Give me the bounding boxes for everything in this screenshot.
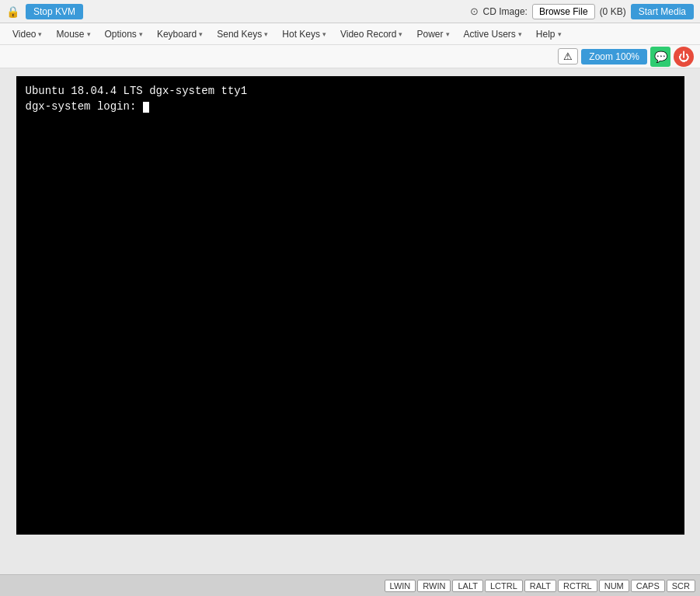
terminal-cursor [143, 102, 149, 113]
caret-send-keys: ▾ [264, 30, 268, 38]
terminal-line1: Ubuntu 18.04.4 LTS dgx-system tty1 [26, 84, 675, 99]
top-bar: 🔒 Stop KVM ⊙ CD Image: Browse File (0 KB… [0, 0, 700, 23]
caret-active-users: ▾ [518, 30, 522, 38]
caret-mouse: ▾ [87, 30, 91, 38]
menu-label-active-users: Active Users [464, 29, 516, 40]
terminal[interactable]: Ubuntu 18.04.4 LTS dgx-system tty1 dgx-s… [16, 76, 684, 535]
cd-icon: ⊙ [470, 5, 479, 17]
menu-label-video-record: Video Record [340, 29, 397, 40]
menu-label-send-keys: Send Keys [217, 29, 262, 40]
zoom-button[interactable]: Zoom 100% [581, 49, 647, 64]
key-indicator-scr: SCR [667, 580, 695, 592]
terminal-line2: dgx-system login: [26, 99, 675, 115]
menu-item-video-record[interactable]: Video Record▾ [334, 26, 409, 42]
key-indicator-lalt: LALT [452, 580, 482, 592]
terminal-container: Ubuntu 18.04.4 LTS dgx-system tty1 dgx-s… [0, 68, 700, 574]
status-bar: LWINRWINLALTLCTRLRALTRCTRLNUMCAPSSCR [0, 574, 700, 596]
menu-item-send-keys[interactable]: Send Keys▾ [211, 26, 274, 42]
menu-item-hot-keys[interactable]: Hot Keys▾ [276, 26, 333, 42]
key-indicator-ralt: RALT [524, 580, 556, 592]
cd-image-label: CD Image: [483, 6, 528, 17]
menu-label-hot-keys: Hot Keys [282, 29, 320, 40]
menu-item-video[interactable]: Video▾ [6, 26, 48, 42]
caret-options: ▾ [139, 30, 143, 38]
menu-item-mouse[interactable]: Mouse▾ [50, 26, 96, 42]
menu-item-power[interactable]: Power▾ [410, 26, 455, 42]
toolbar-row: ⚠ Zoom 100% 💬 ⏻ [0, 45, 700, 68]
menu-label-mouse: Mouse [56, 29, 84, 40]
file-size-label: (0 KB) [600, 6, 626, 17]
menu-item-help[interactable]: Help▾ [530, 26, 568, 42]
menu-bar: Video▾Mouse▾Options▾Keyboard▾Send Keys▾H… [0, 23, 700, 45]
stop-kvm-button[interactable]: Stop KVM [26, 4, 83, 19]
caret-video-record: ▾ [399, 30, 402, 38]
menu-label-video: Video [12, 29, 36, 40]
key-indicator-caps: CAPS [631, 580, 665, 592]
key-indicator-rwin: RWIN [417, 580, 451, 592]
caret-help: ▾ [558, 30, 562, 38]
key-indicator-lwin: LWIN [385, 580, 416, 592]
browse-file-button[interactable]: Browse File [532, 4, 595, 19]
key-indicator-rctrl: RCTRL [558, 580, 597, 592]
key-indicator-num: NUM [599, 580, 629, 592]
menu-label-options: Options [105, 29, 137, 40]
caret-power: ▾ [446, 30, 450, 38]
warning-button[interactable]: ⚠ [558, 48, 578, 64]
cd-image-area: ⊙ CD Image: Browse File (0 KB) Start Med… [470, 4, 694, 19]
lock-icon: 🔒 [6, 5, 19, 18]
caret-hot-keys: ▾ [322, 30, 326, 38]
menu-item-keyboard[interactable]: Keyboard▾ [151, 26, 209, 42]
power-button[interactable]: ⏻ [674, 47, 694, 67]
menu-label-power: Power [416, 29, 443, 40]
chat-button[interactable]: 💬 [650, 47, 670, 67]
caret-video: ▾ [38, 30, 42, 38]
menu-item-options[interactable]: Options▾ [99, 26, 149, 42]
caret-keyboard: ▾ [199, 30, 203, 38]
menu-label-help: Help [536, 29, 555, 40]
menu-item-active-users[interactable]: Active Users▾ [458, 26, 528, 42]
menu-label-keyboard: Keyboard [157, 29, 197, 40]
start-media-button[interactable]: Start Media [631, 4, 694, 19]
key-indicator-lctrl: LCTRL [485, 580, 523, 592]
